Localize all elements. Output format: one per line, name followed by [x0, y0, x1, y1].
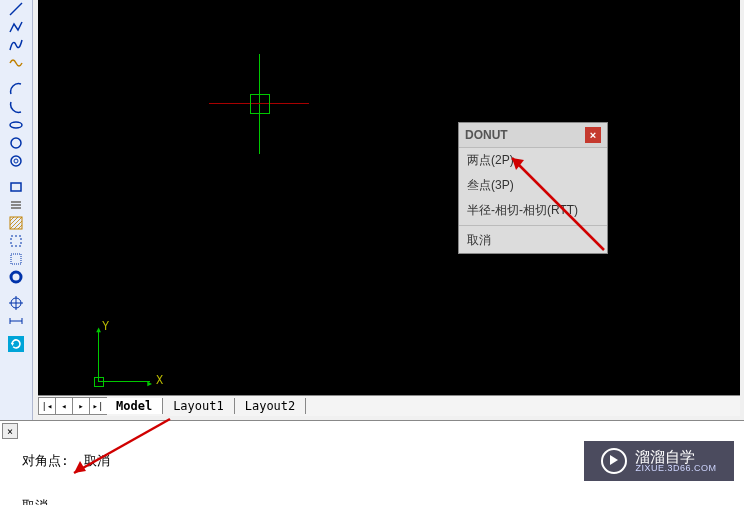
tab-layout1[interactable]: Layout1: [163, 398, 235, 414]
svg-point-2: [11, 138, 21, 148]
circle2-icon[interactable]: [9, 154, 23, 168]
watermark-sub: ZIXUE.3D66.COM: [635, 464, 716, 473]
arc1-icon[interactable]: [9, 82, 23, 96]
rect-icon[interactable]: [9, 180, 23, 194]
svg-point-1: [10, 122, 22, 128]
spline-icon[interactable]: [9, 38, 23, 52]
ucs-origin: [94, 377, 104, 387]
ucs-icon: ▴ ▸ Y X: [88, 320, 158, 390]
circle1-icon[interactable]: [9, 136, 23, 150]
svg-point-3: [11, 156, 21, 166]
ctx-item-3p[interactable]: 叁点(3P): [459, 173, 607, 198]
context-menu-title: DONUT: [465, 128, 508, 142]
boundary-icon[interactable]: [9, 252, 23, 266]
cad-app: ▴ ▸ Y X DONUT × 两点(2P) 叁点(3P) 半径-相切-相切(R…: [0, 0, 744, 505]
refresh-icon[interactable]: [8, 336, 24, 352]
command-close-icon[interactable]: ×: [2, 423, 18, 439]
tab-nav-prev[interactable]: ◂: [55, 397, 73, 415]
target-icon[interactable]: [9, 296, 23, 310]
tab-model[interactable]: Model: [106, 398, 163, 414]
donut-context-menu: DONUT × 两点(2P) 叁点(3P) 半径-相切-相切(RTT) 取消: [458, 122, 608, 254]
svg-rect-8: [11, 254, 21, 264]
tab-layout2[interactable]: Layout2: [235, 398, 307, 414]
tab-nav: |◂ ◂ ▸ ▸|: [38, 397, 106, 415]
svg-point-4: [14, 159, 18, 163]
polyline-icon[interactable]: [9, 20, 23, 34]
cmd-line: 取消: [22, 498, 740, 505]
draw-toolbar: [0, 0, 33, 422]
ctx-item-2p[interactable]: 两点(2P): [459, 148, 607, 173]
play-icon: [601, 448, 627, 474]
line-icon[interactable]: [9, 2, 23, 16]
svg-point-9: [11, 272, 21, 282]
layout-tab-row: |◂ ◂ ▸ ▸| Model Layout1 Layout2: [38, 395, 740, 416]
ucs-x-arrow: ▸: [146, 376, 153, 391]
ctx-item-rtt[interactable]: 半径-相切-相切(RTT): [459, 198, 607, 223]
ucs-x-label: X: [156, 374, 163, 388]
ctx-separator: [459, 225, 607, 226]
svg-rect-7: [11, 236, 21, 246]
donut-icon[interactable]: [9, 270, 23, 284]
svg-line-0: [10, 3, 22, 15]
ctx-item-cancel[interactable]: 取消: [459, 228, 607, 253]
watermark: 溜溜自学 ZIXUE.3D66.COM: [584, 441, 734, 481]
ucs-y-label: Y: [102, 320, 109, 334]
region-icon[interactable]: [9, 234, 23, 248]
crosshair-pickbox: [250, 94, 270, 114]
drawing-canvas[interactable]: ▴ ▸ Y X DONUT × 两点(2P) 叁点(3P) 半径-相切-相切(R…: [38, 0, 740, 395]
stack-icon[interactable]: [9, 198, 23, 212]
arc2-icon[interactable]: [9, 100, 23, 114]
tab-nav-first[interactable]: |◂: [38, 397, 56, 415]
svg-marker-16: [11, 343, 14, 346]
wave-icon[interactable]: [9, 56, 23, 70]
context-menu-title-row: DONUT ×: [459, 123, 607, 148]
dim-icon[interactable]: [9, 314, 23, 328]
ellipse-icon[interactable]: [9, 118, 23, 132]
svg-rect-5: [11, 183, 21, 191]
close-icon[interactable]: ×: [585, 127, 601, 143]
tab-nav-next[interactable]: ▸: [72, 397, 90, 415]
hatch-icon[interactable]: [9, 216, 23, 230]
watermark-brand: 溜溜自学: [635, 449, 716, 464]
tab-nav-last[interactable]: ▸|: [89, 397, 107, 415]
